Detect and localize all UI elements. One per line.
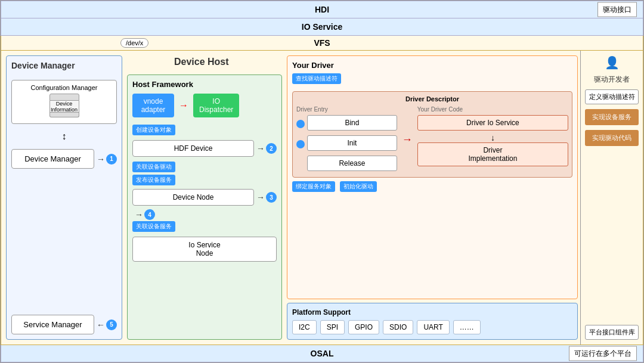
device-manager-row: Device Manager → 1 xyxy=(11,149,117,169)
bind-label: Bind xyxy=(345,119,359,127)
driver-descriptor-area: Driver Descriptor Driver Entry Bind xyxy=(292,91,572,178)
driver-content-row: Driver Entry Bind xyxy=(296,106,568,173)
step4-badge: 4 xyxy=(144,209,155,220)
config-manager-label: Configuration Manager xyxy=(16,84,113,91)
init-box: Init xyxy=(307,135,397,151)
vfs-row: /dev/x VFS xyxy=(1,36,643,51)
entry-to-code-arrow: → xyxy=(402,106,413,173)
osal-right-label: 可运行在多个平台 xyxy=(569,346,637,361)
query-label: 查找驱动描述符 xyxy=(292,73,341,84)
step3-badge: 3 xyxy=(266,192,277,203)
step5-row: ← 5 xyxy=(97,319,117,330)
init-label: Init xyxy=(347,139,357,147)
device-node-row: Device Node → 3 xyxy=(132,187,277,208)
platform-support-box: Platform Support I2CSPIGPIOSDIOUART…… xyxy=(287,303,578,340)
device-manager-label: Device Manager xyxy=(24,154,81,163)
platform-chips: I2CSPIGPIOSDIOUART…… xyxy=(292,320,572,334)
vnode-box: vnode adapter xyxy=(132,94,174,117)
db-bottom xyxy=(49,113,79,117)
db-body: Device Information xyxy=(49,101,79,113)
osal-bar: OSAL 可运行在多个平台 xyxy=(1,345,643,362)
publish-service-row: 发布设备服务 xyxy=(132,175,277,185)
hdf-device-box: HDF Device xyxy=(132,140,254,157)
person-icon: 👤 xyxy=(605,55,620,70)
bind-device-row: 关联设备驱动 xyxy=(132,162,277,172)
hdf-device-label: HDF Device xyxy=(174,144,213,153)
device-node-label: Device Node xyxy=(173,193,214,201)
driver-implementation-label: Driver Implementation xyxy=(468,146,517,163)
driver-dev-section: 👤 驱动开发者 定义驱动描述符 实现设备服务 实现驱动代码 平台接口组件库 xyxy=(581,51,643,345)
io-service-node-label: Io Service Node xyxy=(188,241,220,257)
io-service-label: IO Service xyxy=(302,22,343,32)
platform-chip: GPIO xyxy=(348,320,379,334)
bind-service-label: 关联设备服务 xyxy=(132,221,175,232)
implement-driver-btn: 实现驱动代码 xyxy=(585,130,639,146)
driver-implementation-box: Driver Implementation xyxy=(417,142,568,166)
service-manager-row: Service Manager ← 5 xyxy=(11,315,117,334)
step2-row: → 2 xyxy=(256,143,277,154)
publish-service-label: 发布设备服务 xyxy=(132,175,175,185)
step5-badge: 5 xyxy=(106,319,117,330)
content-area: Device Host Device Manager Configuration… xyxy=(1,51,643,345)
step2-badge: 2 xyxy=(266,143,277,154)
release-row: Release xyxy=(296,156,397,173)
step1-row: → 1 xyxy=(97,154,117,165)
create-device-row: 创建设备对象 xyxy=(132,125,277,135)
platform-title: Platform Support xyxy=(292,308,572,317)
content-inner: Device Manager Configuration Manager Dev… xyxy=(1,51,643,345)
step1-badge: 1 xyxy=(106,154,117,165)
bind-device-label: 关联设备驱动 xyxy=(132,162,175,172)
device-manager-title: Device Manager xyxy=(11,61,117,70)
host-framework-panel: Host Framework vnode adapter → IO Dispat… xyxy=(127,75,282,340)
service-manager-label: Service Manager xyxy=(23,320,82,329)
driver-entry-title: Driver Entry xyxy=(296,106,397,113)
driver-dev-label: 驱动开发者 xyxy=(594,75,630,85)
hdi-label: HDI xyxy=(315,5,329,14)
your-driver-panel: Your Driver 查找驱动描述符 Driver Descriptor xyxy=(287,55,578,340)
init-row: Init xyxy=(296,135,397,153)
host-framework-title: Host Framework xyxy=(132,80,277,89)
step4-row-inline: → 4 xyxy=(132,209,277,220)
down-arrow-1: ↕ xyxy=(11,131,117,142)
hdi-bar: HDI 驱动接口 xyxy=(1,1,643,18)
release-box: Release xyxy=(307,156,397,171)
your-driver-box: Your Driver 查找驱动描述符 Driver Descriptor xyxy=(287,55,578,299)
platform-lib-label: 平台接口组件库 xyxy=(585,325,639,340)
vnode-io-row: vnode adapter → IO Dispatcher xyxy=(132,94,277,117)
platform-chip: UART xyxy=(417,320,449,334)
red-arrow: → xyxy=(179,94,188,117)
release-label: Release xyxy=(339,159,365,167)
init-driver-step: 初始化驱动 xyxy=(340,181,377,192)
init-dot xyxy=(296,140,305,148)
db-top xyxy=(49,94,79,101)
platform-chip: …… xyxy=(453,320,481,334)
io-dispatcher-box: IO Dispatcher xyxy=(193,94,239,117)
release-spacer xyxy=(296,160,305,169)
your-driver-title: Your Driver xyxy=(292,61,572,70)
bind-box: Bind xyxy=(307,115,397,131)
driver-io-service-box: Driver Io Service xyxy=(417,115,568,131)
platform-lib-section: 平台接口组件库 xyxy=(585,325,639,340)
create-device-label: 创建设备对象 xyxy=(132,125,175,135)
main-container: HDI 驱动接口 IO Service /dev/x VFS Device Ho… xyxy=(0,0,644,363)
query-row: 查找驱动描述符 xyxy=(292,73,572,88)
hdf-device-row: HDF Device → 2 xyxy=(132,138,277,159)
your-driver-code-col: Your Driver Code Driver Io Service ↓ Dri… xyxy=(417,106,568,173)
init-driver-step-label: 初始化驱动 xyxy=(340,181,377,192)
platform-chip: SPI xyxy=(320,320,345,334)
bind-row: Bind xyxy=(296,115,397,133)
inner-step-labels: 绑定服务对象 初始化驱动 xyxy=(292,181,572,192)
driver-entry-col: Driver Entry Bind xyxy=(296,106,397,173)
db-icon: Device Information xyxy=(16,94,113,117)
driver-io-service-label: Driver Io Service xyxy=(466,119,519,127)
io-service-bar: IO Service xyxy=(1,18,643,36)
io-service-node-box: Io Service Node xyxy=(132,237,277,262)
driver-descriptor-title: Driver Descriptor xyxy=(296,95,568,103)
right-sidebar: 👤 驱动开发者 定义驱动描述符 实现设备服务 实现驱动代码 平台接口组件库 xyxy=(580,51,643,345)
bind-service-row: 关联设备服务 xyxy=(132,221,277,232)
your-driver-code-title: Your Driver Code xyxy=(417,106,568,113)
config-manager-box: Configuration Manager Device Information xyxy=(11,80,117,124)
implement-service-btn: 实现设备服务 xyxy=(585,109,639,125)
dev-x-badge: /dev/x xyxy=(120,38,148,48)
service-manager-box: Service Manager xyxy=(11,315,94,334)
